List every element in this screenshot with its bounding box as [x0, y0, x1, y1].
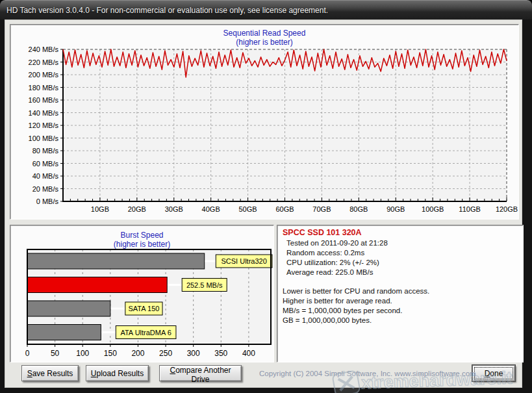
svg-text:120 MB/s: 120 MB/s — [29, 121, 59, 129]
title-bar[interactable]: HD Tach version 3.0.4.0 - For non-commer… — [0, 0, 532, 19]
svg-text:60 MB/s: 60 MB/s — [32, 160, 59, 168]
svg-text:350: 350 — [214, 349, 227, 358]
svg-text:220 MB/s: 220 MB/s — [29, 58, 59, 66]
random-access-line: Random access: 0.2ms — [286, 249, 364, 257]
svg-text:120GB: 120GB — [496, 205, 518, 213]
tested-on-line: Tested on 2011-09-20 at 21:28 — [286, 239, 388, 247]
svg-text:300: 300 — [187, 349, 200, 358]
client-area: Sequential Read Speed (higher is better)… — [5, 19, 522, 388]
svg-text:110GB: 110GB — [459, 205, 480, 213]
window-title: HD Tach version 3.0.4.0 - For non-commer… — [6, 6, 328, 15]
copyright-text: Copyright (C) 2004 Simpli Software, Inc.… — [259, 370, 474, 377]
average-read-line: Average read: 225.0 MB/s — [286, 268, 373, 276]
svg-text:150: 150 — [104, 349, 117, 358]
sequential-read-panel: Sequential Read Speed (higher is better)… — [10, 24, 519, 220]
svg-text:40 MB/s: 40 MB/s — [32, 172, 59, 180]
note-mbs-definition: MB/s = 1,000,000 bytes per second. — [283, 307, 402, 314]
svg-text:100GB: 100GB — [422, 205, 444, 213]
svg-text:0: 0 — [25, 349, 30, 358]
burst-speed-chart: 050100150200250300350400SCSI Ultra320252… — [10, 225, 275, 363]
svg-text:252.5 MB/s: 252.5 MB/s — [186, 281, 223, 289]
upload-results-button[interactable]: Upload Results — [86, 365, 149, 381]
results-info-panel: SPCC SSD 101 320A Tested on 2011-09-20 a… — [277, 225, 524, 362]
svg-text:80GB: 80GB — [349, 205, 368, 213]
svg-text:0 MB/s: 0 MB/s — [36, 197, 59, 205]
svg-text:30GB: 30GB — [165, 205, 183, 213]
watermark-x-icon — [338, 377, 355, 391]
svg-text:40GB: 40GB — [202, 205, 220, 213]
svg-text:200: 200 — [131, 349, 144, 358]
svg-text:80 MB/s: 80 MB/s — [32, 147, 59, 155]
svg-text:50: 50 — [51, 349, 60, 358]
svg-text:20 MB/s: 20 MB/s — [32, 185, 59, 193]
svg-text:240 MB/s: 240 MB/s — [29, 45, 59, 53]
done-button[interactable]: Done — [472, 365, 515, 381]
svg-text:60GB: 60GB — [275, 205, 294, 213]
cpu-utilization-line: CPU utilization: 2% (+/- 2%) — [286, 259, 379, 266]
svg-text:100 MB/s: 100 MB/s — [29, 134, 59, 142]
svg-text:140 MB/s: 140 MB/s — [29, 109, 59, 117]
svg-text:90GB: 90GB — [386, 205, 405, 213]
svg-text:70GB: 70GB — [312, 205, 331, 213]
svg-text:200 MB/s: 200 MB/s — [29, 71, 59, 79]
svg-text:50GB: 50GB — [239, 205, 257, 213]
svg-text:100: 100 — [76, 349, 89, 358]
svg-text:10GB: 10GB — [91, 205, 109, 213]
svg-text:400: 400 — [242, 349, 255, 358]
svg-text:SCSI Ultra320: SCSI Ultra320 — [221, 257, 266, 265]
svg-text:ATA UltraDMA 6: ATA UltraDMA 6 — [120, 329, 171, 336]
note-higher-better: Higher is better for average read. — [283, 297, 392, 305]
drive-name: SPCC SSD 101 320A — [283, 228, 362, 237]
svg-text:SATA 150: SATA 150 — [128, 305, 159, 312]
svg-text:180 MB/s: 180 MB/s — [29, 84, 59, 92]
save-results-button[interactable]: Save Results — [21, 365, 79, 381]
svg-text:160 MB/s: 160 MB/s — [29, 96, 59, 104]
sequential-read-chart: 0 MB/s20 MB/s40 MB/s60 MB/s80 MB/s100 MB… — [10, 25, 520, 220]
svg-text:20GB: 20GB — [128, 205, 146, 213]
compare-another-drive-button[interactable]: Compare Another Drive — [159, 365, 242, 381]
burst-speed-panel: Burst Speed (higher is better) 050100150… — [10, 225, 274, 362]
note-lower-better: Lower is better for CPU and random acces… — [283, 287, 429, 295]
svg-text:250: 250 — [159, 349, 172, 358]
note-gb-definition: GB = 1,000,000,000 bytes. — [283, 316, 372, 324]
hd-tach-window: HD Tach version 3.0.4.0 - For non-commer… — [0, 0, 532, 393]
